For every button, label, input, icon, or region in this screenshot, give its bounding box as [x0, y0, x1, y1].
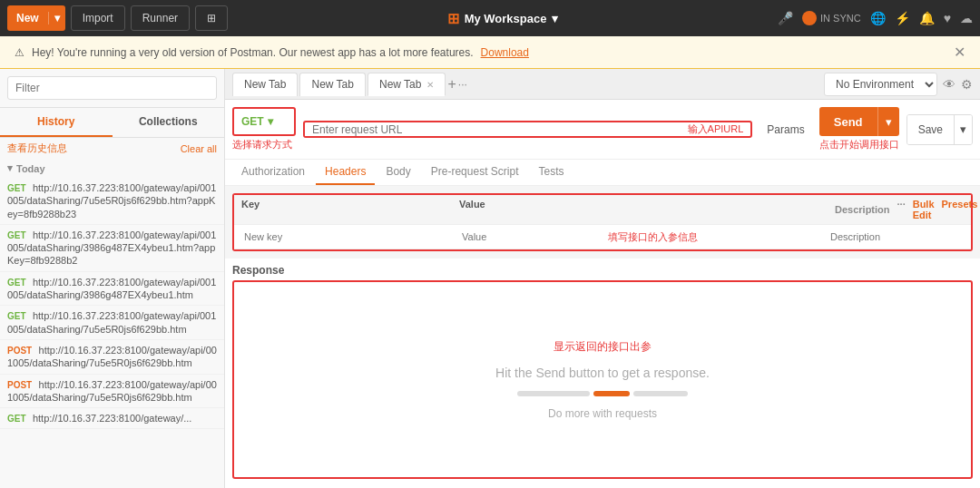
toolbar: New ▾ Import Runner ⊞ ⊞ My Workspace ▾ 🎤… — [0, 0, 980, 36]
list-item[interactable]: POST http://10.16.37.223:8100/gateway/ap… — [0, 375, 224, 409]
progress-bar-fill — [593, 391, 630, 396]
progress-bar-left — [517, 391, 590, 396]
tab-authorization[interactable]: Authorization — [232, 160, 314, 185]
list-item[interactable]: GET http://10.16.37.223:8100/gateway/api… — [0, 306, 224, 340]
fill-annotation: 填写接口的入参信息 — [608, 230, 698, 244]
builder-button[interactable]: ⊞ — [195, 5, 228, 31]
environment-select[interactable]: No Environment — [824, 73, 937, 96]
lightning-icon[interactable]: ⚡ — [895, 11, 910, 25]
new-button-main[interactable]: New — [7, 12, 49, 24]
method-dropdown[interactable]: GET ▾ — [232, 107, 296, 136]
method-annotation: 选择请求方式 — [232, 138, 292, 151]
method-chevron-icon: ▾ — [268, 115, 273, 128]
method-badge: POST — [7, 346, 32, 356]
method-badge: GET — [7, 414, 26, 424]
send-arrow-button[interactable]: ▾ — [878, 107, 899, 136]
col-value-header: Value — [459, 199, 828, 220]
response-annotation: 显示返回的接口出参 — [554, 339, 652, 355]
add-tab-button[interactable]: + — [447, 77, 456, 92]
history-url: http://10.16.37.223:8100/gateway/... — [33, 413, 192, 424]
save-arrow-button[interactable]: ▾ — [955, 115, 972, 144]
main-layout: History Collections 查看历史信息 Clear all ▾ T… — [0, 69, 980, 488]
history-url: http://10.16.37.223:8100/gateway/api/001… — [7, 379, 217, 403]
tab-1[interactable]: New Tab — [299, 73, 365, 96]
list-item[interactable]: GET http://10.16.37.223:8100/gateway/api… — [0, 225, 224, 272]
list-item[interactable]: GET http://10.16.37.223:8100/gateway/... — [0, 408, 224, 429]
list-item[interactable]: POST http://10.16.37.223:8100/gateway/ap… — [0, 340, 224, 375]
method-badge: GET — [7, 311, 26, 321]
tab-headers[interactable]: Headers — [316, 160, 375, 185]
response-progress-bar — [517, 391, 688, 396]
sidebar: History Collections 查看历史信息 Clear all ▾ T… — [0, 69, 225, 488]
toolbar-right: 🎤 IN SYNC 🌐 ⚡ 🔔 ♥ ☁ — [778, 11, 973, 25]
banner-close-icon[interactable]: ✕ — [954, 44, 965, 61]
content-area: New Tab New Tab New Tab ✕ + ··· No Envir… — [225, 69, 980, 488]
globe-icon[interactable]: 🌐 — [870, 11, 886, 25]
send-button[interactable]: Send — [819, 107, 878, 136]
sidebar-search-area — [0, 69, 224, 108]
eye-icon[interactable]: 👁 — [943, 77, 956, 92]
sidebar-tab-collections[interactable]: Collections — [113, 108, 225, 137]
heart-icon[interactable]: ♥ — [944, 11, 951, 25]
tab-2[interactable]: New Tab ✕ — [368, 73, 446, 96]
tab-0[interactable]: New Tab — [232, 73, 298, 96]
workspace-icon: ⊞ — [447, 10, 459, 27]
update-banner: ⚠ Hey! You're running a very old version… — [0, 36, 980, 69]
history-items-list: GET http://10.16.37.223:8100/gateway/api… — [0, 178, 224, 488]
history-annotation-label: 查看历史信息 — [7, 142, 67, 155]
col-desc-header: Description ··· Bulk Edit Presets ▾ — [828, 199, 964, 220]
response-title: Response — [232, 259, 973, 280]
tab-more-button[interactable]: ··· — [458, 78, 467, 91]
tab-body[interactable]: Body — [377, 160, 419, 185]
new-button-group[interactable]: New ▾ — [7, 5, 65, 31]
description-input[interactable] — [828, 229, 958, 245]
list-item[interactable]: GET http://10.16.37.223:8100/gateway/api… — [0, 178, 224, 225]
sidebar-tab-history[interactable]: History — [0, 108, 113, 137]
mic-icon[interactable]: 🎤 — [778, 11, 793, 25]
api-annotation: 点击开始调用接口 — [819, 138, 899, 151]
url-input[interactable] — [305, 123, 688, 136]
value-input-cell: 填写接口的入参信息 — [459, 229, 828, 245]
response-section: Response 显示返回的接口出参 Hit the Send button t… — [225, 259, 980, 488]
env-selector-area: No Environment 👁 ⚙ — [824, 73, 973, 96]
history-url: http://10.16.37.223:8100/gateway/api/001… — [7, 277, 216, 300]
settings-icon[interactable]: ⚙ — [961, 77, 973, 92]
params-button[interactable]: Params — [760, 123, 811, 136]
response-box: 显示返回的接口出参 Hit the Send button to get a r… — [232, 280, 973, 479]
url-annotation: 输入APIURL — [688, 122, 751, 136]
today-section-title: ▾ Today — [0, 159, 224, 178]
save-button[interactable]: Save — [907, 115, 955, 144]
clear-all-button[interactable]: Clear all — [181, 143, 217, 154]
method-badge: POST — [7, 380, 32, 390]
history-url: http://10.16.37.223:8100/gateway/api/001… — [7, 345, 217, 368]
search-input[interactable] — [7, 76, 217, 100]
headers-table-row: 填写接口的入参信息 — [234, 225, 971, 249]
banner-download-link[interactable]: Download — [481, 46, 529, 59]
new-button-arrow[interactable]: ▾ — [49, 12, 65, 24]
request-tabs: Authorization Headers Body Pre-request S… — [225, 160, 980, 186]
tab-tests[interactable]: Tests — [529, 160, 573, 185]
cloud-icon[interactable]: ☁ — [960, 11, 973, 25]
sync-label: IN SYNC — [820, 13, 861, 24]
method-badge: GET — [7, 183, 26, 193]
tab-close-icon[interactable]: ✕ — [426, 80, 434, 90]
tabs-row: New Tab New Tab New Tab ✕ + ··· No Envir… — [225, 69, 980, 100]
presets-button[interactable]: Presets — [942, 199, 978, 220]
workspace-chevron-icon[interactable]: ▾ — [552, 12, 558, 25]
method-label: GET — [241, 115, 264, 128]
sidebar-tab-actions: 查看历史信息 Clear all — [0, 138, 224, 159]
col-key-header: Key — [241, 199, 459, 220]
key-input[interactable] — [241, 229, 372, 245]
bell-icon[interactable]: 🔔 — [919, 11, 935, 25]
runner-button[interactable]: Runner — [131, 5, 190, 31]
value-input[interactable] — [459, 229, 590, 245]
sidebar-tabs: History Collections — [0, 108, 224, 138]
import-button[interactable]: Import — [71, 5, 125, 31]
list-item[interactable]: GET http://10.16.37.223:8100/gateway/api… — [0, 272, 224, 307]
bulk-edit-button[interactable]: Bulk Edit — [913, 199, 935, 220]
banner-text: Hey! You're running a very old version o… — [32, 46, 474, 59]
key-input-cell — [241, 229, 459, 245]
sync-dot — [802, 11, 817, 25]
tab-pre-request[interactable]: Pre-request Script — [422, 160, 528, 185]
progress-bar-right — [633, 391, 688, 396]
